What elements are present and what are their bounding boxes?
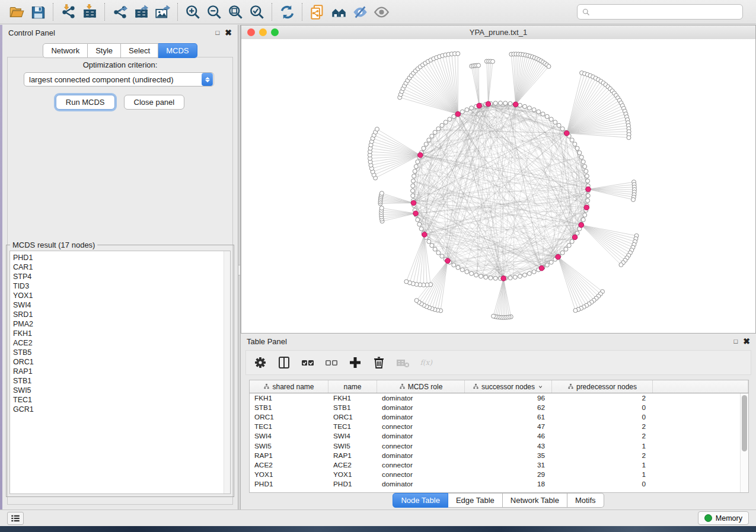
cell-predecessor-nodes[interactable]: 1 (552, 442, 653, 450)
cell-successor-nodes[interactable]: 43 (465, 442, 552, 450)
cell-successor-nodes[interactable]: 29 (465, 470, 552, 479)
cell-shared-name[interactable]: YOX1 (250, 470, 328, 479)
cell-successor-nodes[interactable]: 47 (465, 422, 552, 431)
tab-motifs[interactable]: Motifs (567, 493, 604, 508)
mcds-result-item[interactable]: SWI4 (13, 300, 230, 310)
cell-mcds-role[interactable]: dominator (377, 480, 465, 488)
cell-successor-nodes[interactable]: 31 (465, 461, 552, 469)
column-header-shared-name[interactable]: shared name (250, 380, 328, 393)
zoom-fit-icon[interactable] (225, 2, 246, 21)
first-neighbors-icon[interactable] (328, 2, 349, 21)
table-row[interactable]: ACE2ACE2connector311 (250, 460, 748, 470)
cell-successor-nodes[interactable]: 62 (465, 403, 552, 412)
search-input[interactable] (594, 7, 738, 17)
table-row[interactable]: PHD1PHD1dominator180 (250, 479, 748, 489)
duplicate-network-icon[interactable] (307, 2, 328, 21)
cell-shared-name[interactable]: SWI5 (250, 442, 328, 450)
create-column-icon[interactable] (346, 354, 364, 372)
table-scrollbar-thumb[interactable] (742, 395, 747, 451)
cell-mcds-role[interactable]: dominator (377, 394, 465, 402)
mcds-result-item[interactable]: YOX1 (13, 291, 230, 300)
mcds-list-scrollbar[interactable] (224, 251, 230, 493)
close-panel-button[interactable]: Close panel (124, 95, 185, 110)
cell-mcds-role[interactable]: connector (377, 422, 465, 431)
select-all-icon[interactable] (298, 354, 317, 372)
mcds-result-item[interactable]: RAP1 (13, 367, 230, 376)
mcds-result-item[interactable]: CAR1 (13, 262, 230, 272)
column-visibility-icon[interactable] (275, 354, 293, 372)
cell-shared-name[interactable]: SWI4 (250, 432, 328, 440)
network-graph[interactable] (241, 39, 755, 333)
deselect-all-icon[interactable] (322, 354, 340, 372)
cell-predecessor-nodes[interactable]: 2 (552, 432, 653, 440)
table-row[interactable]: SWI5SWI5connector431 (250, 441, 748, 450)
table-row[interactable]: STB1STB1dominator620 (250, 403, 748, 412)
tab-select[interactable]: Select (121, 43, 158, 58)
cell-mcds-role[interactable]: dominator (377, 413, 465, 421)
table-scrollbar[interactable] (740, 393, 748, 492)
cell-name[interactable]: RAP1 (328, 451, 377, 460)
memory-button[interactable]: Memory (698, 511, 749, 525)
cell-mcds-role[interactable]: connector (377, 470, 465, 479)
save-icon[interactable] (27, 2, 49, 21)
table-row[interactable]: YOX1YOX1connector291 (250, 470, 748, 479)
mcds-result-item[interactable]: SWI5 (13, 386, 230, 395)
table-row[interactable]: SWI4SWI4dominator462 (250, 431, 748, 441)
column-header-name[interactable]: name (328, 380, 377, 393)
export-network-icon[interactable] (109, 2, 130, 21)
mcds-result-item[interactable]: TID3 (13, 281, 230, 291)
close-panel-icon[interactable]: ✖ (225, 28, 232, 37)
import-network-icon[interactable] (58, 2, 79, 21)
cell-predecessor-nodes[interactable]: 2 (552, 451, 653, 460)
splitter-grip[interactable] (238, 265, 240, 275)
column-header-predecessor-nodes[interactable]: predecessor nodes (552, 380, 653, 393)
cell-shared-name[interactable]: TEC1 (250, 422, 328, 431)
mcds-result-item[interactable]: GCR1 (13, 405, 230, 414)
cell-successor-nodes[interactable]: 46 (465, 432, 552, 440)
run-mcds-button[interactable]: Run MCDS (56, 95, 115, 110)
cell-name[interactable]: TEC1 (328, 422, 377, 431)
mcds-result-item[interactable]: ORC1 (13, 357, 230, 367)
cell-shared-name[interactable]: FKH1 (250, 394, 328, 402)
cell-name[interactable]: SWI5 (328, 442, 377, 450)
cell-name[interactable]: ACE2 (328, 461, 377, 469)
cell-shared-name[interactable]: STB1 (250, 403, 328, 412)
zoom-selected-icon[interactable] (246, 2, 267, 21)
tab-network-table[interactable]: Network Table (503, 493, 567, 508)
open-icon[interactable] (6, 2, 27, 21)
cell-successor-nodes[interactable]: 18 (465, 480, 552, 488)
mcds-result-item[interactable]: STB1 (13, 376, 230, 386)
table-mode-gear-icon[interactable] (251, 354, 269, 372)
close-table-panel-icon[interactable]: ✖ (743, 337, 750, 345)
tab-style[interactable]: Style (88, 43, 121, 58)
show-all-icon[interactable] (371, 2, 392, 21)
cell-mcds-role[interactable]: dominator (377, 403, 465, 412)
cell-mcds-role[interactable]: dominator (377, 451, 465, 460)
network-canvas[interactable] (241, 39, 755, 333)
cell-mcds-role[interactable]: connector (377, 461, 465, 469)
cell-successor-nodes[interactable]: 61 (465, 413, 552, 421)
refresh-icon[interactable] (276, 2, 298, 21)
zoom-out-icon[interactable] (203, 2, 225, 21)
cell-name[interactable]: ORC1 (328, 413, 377, 421)
tab-edge-table[interactable]: Edge Table (448, 493, 503, 508)
search-box[interactable] (577, 4, 743, 20)
cell-predecessor-nodes[interactable]: 2 (552, 422, 653, 431)
table-row[interactable]: TEC1TEC1connector472 (250, 422, 748, 431)
tab-mcds[interactable]: MCDS (158, 43, 197, 58)
cell-predecessor-nodes[interactable]: 0 (552, 413, 653, 421)
cell-predecessor-nodes[interactable]: 0 (552, 480, 653, 488)
export-table-icon[interactable] (130, 2, 152, 21)
cell-mcds-role[interactable]: connector (377, 442, 465, 450)
cell-mcds-role[interactable]: dominator (377, 432, 465, 440)
tab-network[interactable]: Network (43, 43, 88, 58)
float-table-panel-icon[interactable]: □ (734, 338, 738, 345)
cell-successor-nodes[interactable]: 35 (465, 451, 552, 460)
delete-column-icon[interactable] (369, 354, 388, 372)
cell-predecessor-nodes[interactable]: 2 (552, 394, 653, 402)
import-table-icon[interactable] (79, 2, 100, 21)
mcds-result-item[interactable]: STB5 (13, 348, 230, 357)
cell-predecessor-nodes[interactable]: 1 (552, 470, 653, 479)
mcds-result-item[interactable]: FKH1 (13, 329, 230, 338)
mcds-result-item[interactable]: PHD1 (13, 253, 230, 262)
